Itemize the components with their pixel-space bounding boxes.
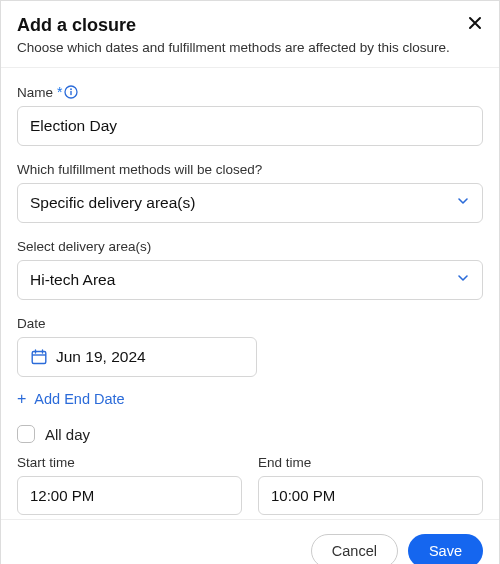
end-time-input[interactable] — [258, 476, 483, 515]
modal-subtitle: Choose which dates and fulfillment metho… — [17, 40, 483, 55]
svg-rect-3 — [32, 352, 46, 364]
date-input[interactable]: Jun 19, 2024 — [17, 337, 257, 377]
all-day-checkbox[interactable] — [17, 425, 35, 443]
delivery-area-select[interactable]: Hi-tech Area — [17, 260, 483, 300]
start-time-label: Start time — [17, 455, 242, 470]
calendar-icon — [30, 348, 48, 366]
delivery-area-field: Select delivery area(s) Hi-tech Area — [17, 239, 483, 300]
required-asterisk: * — [57, 84, 62, 100]
add-end-date-label: Add End Date — [34, 391, 124, 407]
fulfillment-field: Which fulfillment methods will be closed… — [17, 162, 483, 223]
delivery-area-selected: Hi-tech Area — [30, 271, 115, 289]
time-row: Start time End time — [17, 455, 483, 515]
start-time-input[interactable] — [17, 476, 242, 515]
svg-rect-2 — [71, 91, 72, 95]
modal-header: Add a closure Choose which dates and ful… — [1, 1, 499, 68]
fulfillment-label: Which fulfillment methods will be closed… — [17, 162, 483, 177]
svg-point-1 — [71, 88, 73, 90]
date-label: Date — [17, 316, 483, 331]
end-time-field: End time — [258, 455, 483, 515]
name-label: Name — [17, 85, 53, 100]
save-button[interactable]: Save — [408, 534, 483, 564]
add-end-date-button[interactable]: + Add End Date — [17, 387, 125, 411]
fulfillment-select[interactable]: Specific delivery area(s) — [17, 183, 483, 223]
start-time-field: Start time — [17, 455, 242, 515]
modal-footer: Cancel Save — [1, 519, 499, 564]
date-value: Jun 19, 2024 — [56, 348, 146, 366]
add-closure-modal: Add a closure Choose which dates and ful… — [0, 0, 500, 564]
all-day-row: All day — [17, 425, 483, 443]
name-input[interactable] — [17, 106, 483, 146]
close-button[interactable] — [463, 11, 487, 38]
name-label-row: Name * — [17, 84, 483, 100]
info-icon[interactable] — [64, 85, 78, 99]
cancel-button[interactable]: Cancel — [311, 534, 398, 564]
name-field: Name * — [17, 84, 483, 146]
end-time-label: End time — [258, 455, 483, 470]
modal-body: Name * Which fulfillment methods will be… — [1, 68, 499, 519]
fulfillment-selected: Specific delivery area(s) — [30, 194, 195, 212]
close-icon — [467, 15, 483, 34]
plus-icon: + — [17, 391, 26, 407]
all-day-label: All day — [45, 426, 90, 443]
delivery-area-label: Select delivery area(s) — [17, 239, 483, 254]
modal-title: Add a closure — [17, 15, 483, 36]
chevron-down-icon — [456, 194, 470, 212]
date-field: Date Jun 19, 2024 — [17, 316, 483, 377]
chevron-down-icon — [456, 271, 470, 289]
